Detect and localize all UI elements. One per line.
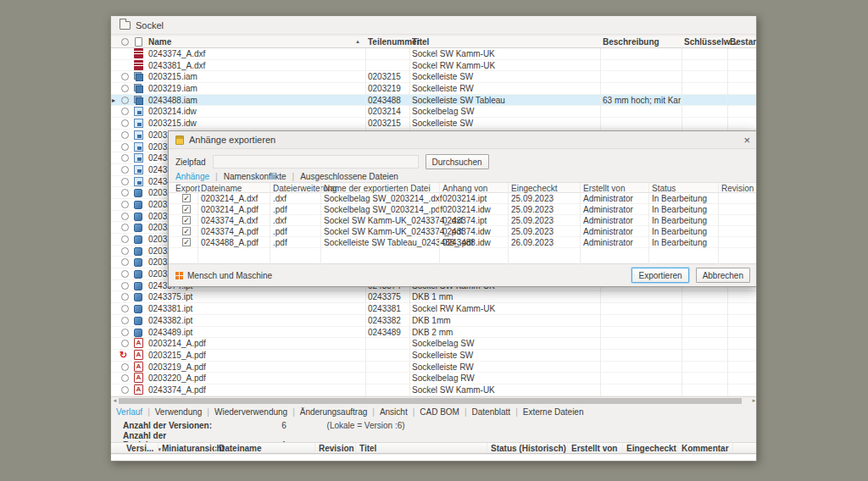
status-circle-icon [121,213,129,220]
scrollbar-thumb[interactable] [119,398,742,404]
scroll-left-icon[interactable]: ◄ [111,397,119,404]
dialog-column-header[interactable]: Dateiname [201,184,242,193]
file-row[interactable]: A0203220_A.pdfSockelbelag RW [111,373,757,384]
history-column-header[interactable]: Revision [319,444,354,453]
attachment-row[interactable]: ✓0203214_A.pdf.pdfSockelbelag SW_0203214… [169,204,757,215]
dialog-titlebar: Anhänge exportieren × [169,131,757,149]
history-column-header[interactable]: Dateiname [219,444,262,453]
file-titel: Sockelleiste SW [412,351,598,360]
history-column-header[interactable]: Erstellt von [571,444,617,453]
status-circle-icon [121,247,129,255]
status-column-icon[interactable] [121,38,129,46]
file-row[interactable]: 0203215.idw0203215Sockelleiste SW [111,118,757,130]
file-row[interactable]: 0243489.ipt0243489DKB 2 mm [111,327,757,339]
file-row[interactable]: 0203215.iam0203215Sockelleiste SW [111,71,757,83]
file-row[interactable]: 0243382.ipt0243382DKB 1mm [111,315,757,327]
dialog-tab-3[interactable]: Ausgeschlossene Dateien [300,172,398,181]
dialog-column-header[interactable]: Anhang von [442,184,487,193]
export-checkbox[interactable]: ✓ [182,194,191,202]
zielpfad-input[interactable] [213,155,419,169]
column-separator [732,443,733,453]
filetype-column-icon[interactable] [135,37,142,47]
ipt-file-icon [134,317,142,325]
history-column-header[interactable]: Titel [359,444,376,453]
file-row[interactable]: 0203219.iam0203219Sockelleiste RW [111,83,757,95]
ipt-file-icon [134,213,142,221]
file-titel: Sockelleiste SW [412,72,598,81]
cell-dateiname: 0243374_A.dxf [201,216,258,225]
column-header-titel[interactable]: Titel [412,37,429,47]
file-row[interactable]: 0203214.idw0203214Sockelbelag SW [111,106,757,118]
bottom-tab-4[interactable]: Änderungsauftrag [300,407,368,417]
browse-button[interactable]: Durchsuchen [426,154,489,169]
export-button[interactable]: Exportieren [632,268,688,283]
tab-separator: | [465,407,467,417]
tab-separator: | [292,407,295,417]
attachment-row[interactable]: ✓0243374_A.pdf.pdfSockel SW Kamm-UK_0243… [169,226,757,237]
status-circle-icon [121,270,129,278]
dialog-column-header[interactable]: Revision [721,184,754,193]
dialog-tab-2[interactable]: Namenskonflikte [224,172,287,181]
file-teilenummer: 0203214 [368,107,409,116]
column-header-beschreibung[interactable]: Beschreibung [603,37,659,47]
status-circle-icon [121,97,129,104]
cell-export-name: Sockelbelag SW_0203214_.dxf [324,194,442,203]
history-column-header[interactable]: Eingecheckt [626,444,676,453]
attachment-row[interactable]: ✓0243374_A.dxf.dxfSockel SW Kamm-UK_0243… [169,215,757,226]
sort-ascending-icon[interactable]: ▲ [355,39,360,44]
close-icon[interactable]: × [743,135,750,146]
bottom-tab-7[interactable]: Datenblatt [472,407,511,417]
scroll-right-icon[interactable]: ► [750,397,757,404]
dialog-column-header[interactable]: Status [652,184,676,193]
bottom-tab-8[interactable]: Externe Dateien [523,407,584,417]
cancel-button[interactable]: Abbrechen [696,268,750,283]
attachment-row[interactable]: ✓0243488_A.pdf.pdfSockelleiste SW Tablea… [169,237,757,248]
export-checkbox[interactable]: ✓ [182,205,191,213]
column-header-bestandsnummer[interactable]: Bestandsnu [730,37,757,47]
bottom-tab-6[interactable]: CAD BOM [420,407,459,417]
history-column-header[interactable]: Versi...▼ [126,444,162,453]
tab-separator: | [413,407,415,417]
file-row[interactable]: 0243374_A.dxfSockel SW Kamm-UK [111,48,757,60]
bottom-tab-5[interactable]: Ansicht [380,407,408,417]
dxf-file-icon [134,48,143,58]
versions-info: Anzahl der Versionen: 6 (Lokale = Versio… [123,421,405,430]
export-checkbox[interactable]: ✓ [182,227,191,235]
file-row[interactable]: 0243375.ipt0243375DKB 1 mm [111,291,757,303]
export-checkbox[interactable]: ✓ [182,238,191,246]
file-row[interactable]: ↻A0203215_A.pdfSockelleiste SW [111,350,757,362]
file-row[interactable]: A0203219_A.pdfSockelleiste RW [111,362,757,373]
cell-eingecheckt: 25.09.2023 [511,216,554,225]
horizontal-scrollbar[interactable]: ◄ ► [111,396,757,404]
bottom-tab-1[interactable]: Verlauf [116,407,142,417]
file-row[interactable]: ▸0243488.iam0243488Sockelleiste SW Table… [111,95,757,107]
file-teilenummer: 0243489 [368,328,409,337]
file-row[interactable]: A0203214_A.pdfSockelbelag SW [111,338,757,350]
export-checkbox[interactable]: ✓ [182,216,191,224]
dialog-column-header[interactable]: Erstellt von [583,184,625,193]
bottom-tab-2[interactable]: Verwendung [155,407,203,417]
file-row[interactable]: 0243381_A.dxfSockel RW Kamm-UK [111,60,757,72]
history-column-header[interactable]: Status (Historisch) [491,444,566,453]
file-row[interactable]: 0243381.ipt0243381Sockel RW Kamm-UK [111,303,757,315]
dialog-column-header[interactable]: Name der exportierten Datei [324,184,431,193]
file-name: 0243488.iam [148,96,363,105]
ipt-file-icon [134,201,142,209]
dialog-column-header[interactable]: Eingecheckt [511,184,557,193]
ipt-file-icon [134,293,142,301]
cell-status: In Bearbeitung [652,216,707,225]
folder-icon [120,21,131,30]
cell-status: In Bearbeitung [652,238,707,247]
dxf-file-icon [134,60,143,70]
column-header-name[interactable]: Name [148,37,171,47]
bottom-tab-3[interactable]: Wiederverwendung [214,407,287,417]
dialog-tab-1[interactable]: Anhänge [175,172,209,181]
history-column-header[interactable]: Kommentar [682,444,729,453]
mum-logo-icon [175,272,183,279]
attachment-row[interactable]: ✓0203214_A.dxf.dxfSockelbelag SW_0203214… [169,193,757,204]
main-table-header: Name ▲ Teilenummer Titel Beschreibung Sc… [111,36,757,48]
file-row[interactable]: A0243374_A.pdfSockel SW Kamm-UK [111,384,757,396]
dialog-column-header[interactable]: Export [175,184,200,193]
file-titel: Sockelleiste RW [412,362,598,372]
file-teilenummer: 0243488 [368,96,409,105]
